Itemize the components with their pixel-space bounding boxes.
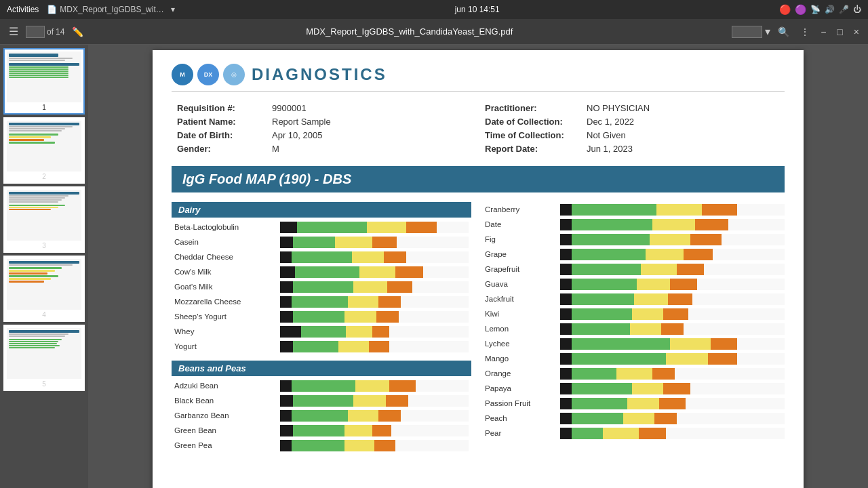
- food-name-greenpea: Green Pea: [174, 441, 276, 449]
- left-column: Dairy Beta-Lactoglobulin Casein: [172, 202, 471, 460]
- collection-date-value: Dec 1, 2022: [587, 117, 634, 127]
- document-area: M DX ◎ DIAGNOSTICS Requisition #: 990000…: [88, 45, 868, 488]
- thumb-page-4-num: 4: [7, 311, 81, 319]
- doc-icon: 📄: [47, 5, 57, 14]
- gender-value: M: [272, 144, 279, 154]
- fruit-row-peach: Peach: [485, 411, 785, 426]
- fruit-bar-peach: [560, 413, 785, 424]
- fruit-bar-cranberry: [560, 204, 785, 216]
- dairy-row-beta: Beta-Lactoglobulin: [172, 220, 471, 235]
- collection-time-row: Time of Collection: Not Given: [485, 130, 779, 140]
- food-name-cheddar: Cheddar Cheese: [174, 253, 276, 261]
- food-bar-whey: [280, 326, 469, 338]
- fruit-name-passionfruit: Passion Fruit: [485, 399, 556, 407]
- report-date-value: Jun 1, 2023: [587, 144, 633, 154]
- minimize-button[interactable]: −: [817, 25, 829, 39]
- fruit-row-pear: Pear: [485, 426, 785, 441]
- food-name-goatsmilk: Goat's Milk: [174, 283, 276, 291]
- system-tray-3: 📡: [810, 5, 821, 14]
- page-number-input[interactable]: 1: [26, 26, 45, 38]
- fruit-row-jackfruit: Jackfruit: [485, 291, 785, 306]
- zoom-input[interactable]: 100%: [732, 26, 762, 38]
- sidebar-toggle-button[interactable]: ☰: [5, 24, 22, 39]
- system-tray-2: 🟣: [795, 4, 806, 15]
- fruit-name-jackfruit: Jackfruit: [485, 295, 556, 303]
- fruit-row-guava: Guava: [485, 277, 785, 291]
- food-bar-cheddar: [280, 251, 469, 263]
- fruit-name-peach: Peach: [485, 414, 556, 422]
- fruit-bar-jackfruit: [560, 293, 785, 305]
- edit-button[interactable]: ✏️: [68, 25, 87, 39]
- thumbnail-2[interactable]: 2: [3, 117, 85, 184]
- fruit-bar-passionfruit: [560, 398, 785, 409]
- page-header: M DX ◎ DIAGNOSTICS: [172, 64, 785, 92]
- thumb-page-2-num: 2: [7, 173, 81, 180]
- collection-date-label: Date of Collection:: [485, 117, 580, 127]
- thumbnail-1[interactable]: 1: [3, 48, 85, 115]
- gender-label: Gender:: [177, 144, 265, 154]
- beans-row-greenpea: Green Pea: [172, 438, 471, 453]
- beans-row-blackbean: Black Bean: [172, 393, 471, 408]
- search-button[interactable]: 🔍: [774, 25, 793, 39]
- dob-row: Date of Birth: Apr 10, 2005: [177, 130, 471, 140]
- dob-value: Apr 10, 2005: [272, 130, 322, 140]
- maximize-button[interactable]: □: [833, 25, 846, 39]
- close-button[interactable]: ×: [850, 25, 863, 39]
- food-bar-adzuki: [280, 380, 469, 392]
- food-name-beta: Beta-Lactoglobulin: [174, 223, 276, 231]
- requisition-value: 9900001: [272, 103, 307, 113]
- fruit-bar-grapefruit: [560, 264, 785, 275]
- section-title-bar: IgG Food MAP (190) - DBS: [172, 166, 785, 192]
- thumbnail-3[interactable]: 3: [3, 186, 85, 253]
- patient-name-value: Report Sample: [272, 117, 331, 127]
- activities-label[interactable]: Activities: [7, 5, 39, 14]
- fruit-name-kiwi: Kiwi: [485, 310, 556, 318]
- power-icon: ⏻: [853, 5, 861, 14]
- food-bar-blackbean: [280, 395, 469, 407]
- fruit-bar-lychee: [560, 338, 785, 350]
- dairy-row-whey: Whey: [172, 324, 471, 339]
- thumbnail-4[interactable]: 4: [3, 256, 85, 322]
- collection-time-value: Not Given: [587, 130, 626, 140]
- food-name-adzuki: Adzuki Bean: [174, 382, 276, 390]
- fruit-bar-pear: [560, 428, 785, 439]
- menu-button[interactable]: ⋮: [797, 25, 813, 39]
- requisition-label: Requisition #:: [177, 103, 265, 113]
- food-bar-greenpea: [280, 440, 469, 451]
- right-column: Cranberry Date Fig: [485, 202, 785, 460]
- zoom-chevron[interactable]: ▾: [765, 25, 770, 38]
- fruit-bar-orange: [560, 368, 785, 380]
- food-name-mozzarella: Mozzarella Cheese: [174, 298, 276, 306]
- requisition-row: Requisition #: 9900001: [177, 103, 471, 113]
- collection-date-row: Date of Collection: Dec 1, 2022: [485, 117, 779, 127]
- fruit-row-cranberry: Cranberry: [485, 202, 785, 217]
- viewer-toolbar: ☰ 1 of 14 ✏️ MDX_Report_IgGDBS_with_Cand…: [0, 19, 868, 45]
- dairy-category: Dairy Beta-Lactoglobulin Casein: [172, 202, 471, 354]
- dob-label: Date of Birth:: [177, 130, 265, 140]
- fruit-bar-lemon: [560, 323, 785, 335]
- practitioner-label: Practitioner:: [485, 103, 580, 113]
- food-name-garbanzo: Garbanzo Bean: [174, 411, 276, 420]
- thumbnail-5[interactable]: 5: [3, 325, 85, 391]
- dairy-row-cowsmilk: Cow's Milk: [172, 264, 471, 279]
- food-name-sheepsyogurt: Sheep's Yogurt: [174, 312, 276, 321]
- food-name-blackbean: Black Bean: [174, 396, 276, 405]
- fruit-row-grape: Grape: [485, 247, 785, 262]
- fruit-name-cranberry: Cranberry: [485, 205, 556, 214]
- report-date-row: Report Date: Jun 1, 2023: [485, 144, 779, 154]
- fruit-name-guava: Guava: [485, 280, 556, 288]
- dairy-row-casein: Casein: [172, 235, 471, 249]
- system-tray-4: 🔊: [825, 5, 835, 14]
- fruit-bar-fig: [560, 234, 785, 245]
- doc-viewer-label[interactable]: 📄 MDX_Report_IgGDBS_with_CandidaYeast_EN…: [47, 5, 175, 14]
- fruit-name-grape: Grape: [485, 250, 556, 258]
- fruit-name-date: Date: [485, 220, 556, 228]
- fruit-row-passionfruit: Passion Fruit: [485, 396, 785, 411]
- beans-header: Beans and Peas: [172, 361, 471, 376]
- dairy-row-cheddar: Cheddar Cheese: [172, 249, 471, 264]
- fruit-name-papaya: Papaya: [485, 384, 556, 392]
- food-bar-greenbean: [280, 425, 469, 436]
- beans-row-greenbean: Green Bean: [172, 423, 471, 438]
- food-bar-beta: [280, 222, 469, 233]
- fruit-name-lemon: Lemon: [485, 325, 556, 333]
